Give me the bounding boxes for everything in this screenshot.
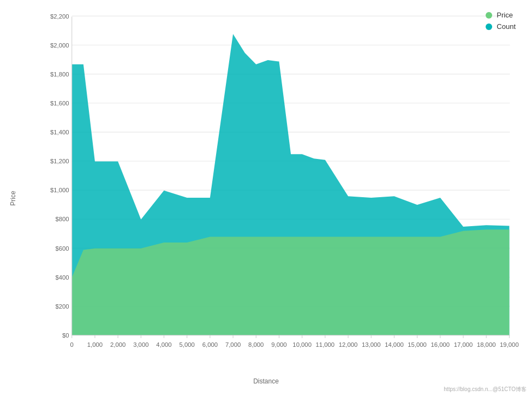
legend-price-dot <box>486 12 492 19</box>
svg-text:17,000: 17,000 <box>454 341 473 348</box>
svg-text:$2,200: $2,200 <box>50 13 69 19</box>
svg-text:$600: $600 <box>55 245 69 251</box>
chart-legend: Price Count <box>486 11 516 31</box>
watermark: https://blog.csdn.n...@51CTO博客 <box>444 386 527 393</box>
legend-count-label: Count <box>497 22 516 31</box>
chart-svg: .grid-line { stroke: #e8e8e8; stroke-wid… <box>38 11 521 352</box>
svg-text:5,000: 5,000 <box>180 341 195 348</box>
svg-text:3,000: 3,000 <box>133 341 148 348</box>
svg-text:0: 0 <box>70 341 74 348</box>
legend-count: Count <box>486 22 516 31</box>
svg-text:$400: $400 <box>55 274 69 281</box>
svg-text:$1,800: $1,800 <box>50 71 69 78</box>
svg-text:4,000: 4,000 <box>156 341 171 348</box>
svg-text:$1,000: $1,000 <box>50 187 69 193</box>
svg-text:16,000: 16,000 <box>431 341 450 348</box>
svg-text:15,000: 15,000 <box>408 341 427 348</box>
svg-text:11,000: 11,000 <box>316 341 335 348</box>
svg-text:$800: $800 <box>55 216 69 222</box>
svg-text:$1,600: $1,600 <box>50 100 69 107</box>
y-axis-label: Price <box>9 191 17 205</box>
svg-text:$2,000: $2,000 <box>50 42 69 49</box>
svg-text:$1,400: $1,400 <box>50 129 69 135</box>
svg-text:$0: $0 <box>62 332 69 339</box>
svg-text:18,000: 18,000 <box>477 341 496 348</box>
legend-count-dot <box>486 23 492 30</box>
svg-text:6,000: 6,000 <box>202 341 218 348</box>
svg-text:8,000: 8,000 <box>248 341 264 348</box>
svg-text:9,000: 9,000 <box>271 341 286 348</box>
chart-container: Price Count Price Distance .grid-line { … <box>0 0 532 396</box>
legend-price-label: Price <box>497 11 513 19</box>
svg-text:10,000: 10,000 <box>292 341 312 348</box>
x-axis-label: Distance <box>253 377 279 385</box>
svg-text:13,000: 13,000 <box>362 341 381 348</box>
svg-text:2,000: 2,000 <box>110 341 125 348</box>
svg-text:$200: $200 <box>55 303 69 310</box>
svg-text:1,000: 1,000 <box>87 341 103 348</box>
svg-text:14,000: 14,000 <box>385 341 404 348</box>
svg-text:19,000: 19,000 <box>500 341 519 348</box>
svg-text:12,000: 12,000 <box>339 341 358 348</box>
legend-price: Price <box>486 11 516 19</box>
svg-text:$1,200: $1,200 <box>50 158 69 164</box>
svg-text:7,000: 7,000 <box>225 341 241 348</box>
